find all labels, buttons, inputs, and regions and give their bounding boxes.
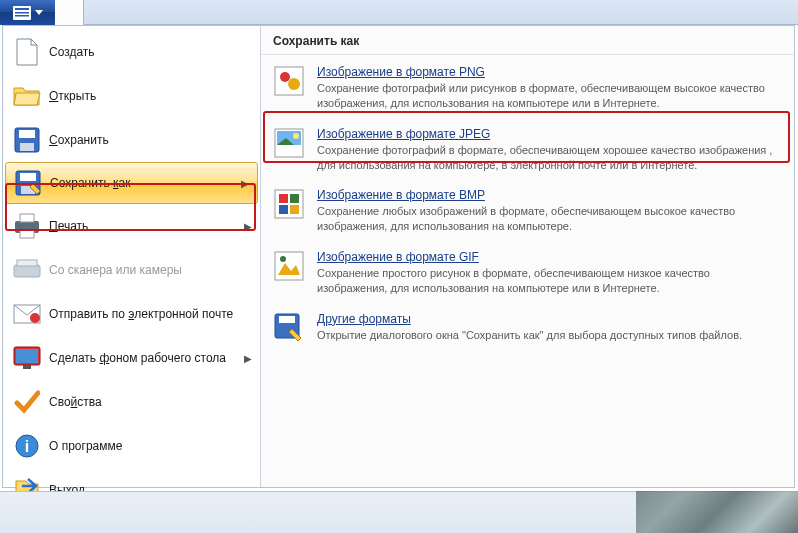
submenu-item-other[interactable]: Другие форматы Открытие диалогового окна… — [267, 306, 788, 354]
submenu-item-title: Изображение в формате GIF — [317, 250, 782, 264]
submenu-item-png[interactable]: Изображение в формате PNG Сохранение фот… — [267, 59, 788, 121]
svg-rect-3 — [15, 15, 29, 17]
submenu-item-jpeg[interactable]: Изображение в формате JPEG Сохранение фо… — [267, 121, 788, 183]
svg-rect-31 — [279, 205, 288, 214]
submenu-title: Сохранить как — [261, 26, 794, 55]
submenu-item-desc: Сохранение фотографий или рисунков в фор… — [317, 81, 782, 111]
ribbon-tab-home[interactable] — [55, 0, 84, 25]
scanner-icon — [13, 256, 41, 284]
submenu-item-title: Изображение в формате JPEG — [317, 127, 782, 141]
svg-rect-1 — [15, 8, 29, 10]
svg-rect-2 — [15, 12, 29, 14]
svg-rect-8 — [20, 173, 36, 181]
printer-icon — [13, 212, 41, 240]
svg-rect-33 — [275, 252, 303, 280]
svg-rect-13 — [14, 265, 40, 277]
menu-left-pane: Создать Открыть Сохранить Сохранить как … — [3, 26, 261, 487]
svg-rect-6 — [20, 143, 34, 151]
status-bar — [0, 491, 798, 533]
menu-item-save[interactable]: Сохранить — [3, 118, 260, 162]
email-icon — [13, 300, 41, 328]
menu-item-label: Со сканера или камеры — [49, 263, 252, 277]
submenu-item-gif[interactable]: Изображение в формате GIF Сохранение про… — [267, 244, 788, 306]
svg-text:i: i — [25, 438, 29, 455]
gif-icon — [273, 250, 305, 282]
svg-rect-11 — [20, 214, 34, 222]
svg-rect-19 — [23, 365, 31, 369]
svg-rect-29 — [279, 194, 288, 203]
menu-item-save-as[interactable]: Сохранить как ▶ — [5, 162, 258, 204]
menu-item-label: Отправить по электронной почте — [49, 307, 252, 321]
document-icon — [13, 6, 31, 20]
menu-item-open[interactable]: Открыть — [3, 74, 260, 118]
menu-item-label: Печать — [49, 219, 244, 233]
svg-point-16 — [30, 313, 40, 323]
jpeg-icon — [273, 127, 305, 159]
menu-item-create[interactable]: Создать — [3, 30, 260, 74]
menu-item-about[interactable]: i О программе — [3, 424, 260, 468]
chevron-right-icon: ▶ — [244, 353, 252, 364]
svg-rect-36 — [279, 316, 295, 323]
other-formats-icon — [273, 312, 305, 344]
folder-open-icon — [13, 82, 41, 110]
app-menu-button[interactable] — [0, 0, 55, 25]
menu-item-label: Сохранить как — [50, 176, 241, 190]
menu-item-label: Открыть — [49, 89, 252, 103]
submenu-item-bmp[interactable]: Изображение в формате BMP Сохранение люб… — [267, 182, 788, 244]
submenu-item-desc: Сохранение любых изображений в формате, … — [317, 204, 782, 234]
menu-item-properties[interactable]: Свойства — [3, 380, 260, 424]
svg-point-24 — [288, 78, 300, 90]
menu-item-label: Сделать фоном рабочего стола — [49, 351, 244, 365]
canvas-preview — [636, 491, 798, 533]
menu-item-label: О программе — [49, 439, 252, 453]
submenu-item-title: Изображение в формате BMP — [317, 188, 782, 202]
svg-rect-18 — [16, 349, 38, 363]
checkmark-icon — [13, 388, 41, 416]
desktop-icon — [13, 344, 41, 372]
submenu-item-title: Изображение в формате PNG — [317, 65, 782, 79]
svg-point-23 — [280, 72, 290, 82]
submenu-list: Изображение в формате PNG Сохранение фот… — [261, 55, 794, 358]
info-icon: i — [13, 432, 41, 460]
svg-rect-14 — [17, 260, 37, 266]
svg-rect-12 — [20, 230, 34, 238]
menu-item-label: Создать — [49, 45, 252, 59]
svg-point-34 — [280, 256, 286, 262]
chevron-right-icon: ▶ — [244, 221, 252, 232]
svg-rect-32 — [290, 205, 299, 214]
menu-item-wallpaper[interactable]: Сделать фоном рабочего стола ▶ — [3, 336, 260, 380]
save-icon — [13, 126, 41, 154]
save-as-icon — [14, 169, 42, 197]
svg-point-27 — [293, 133, 299, 139]
submenu-pane: Сохранить как Изображение в формате PNG … — [261, 26, 794, 487]
submenu-item-title: Другие форматы — [317, 312, 782, 326]
new-document-icon — [13, 38, 41, 66]
submenu-item-desc: Сохранение фотографий в формате, обеспеч… — [317, 143, 782, 173]
ribbon-bar — [0, 0, 798, 25]
menu-item-label: Свойства — [49, 395, 252, 409]
app-menu-dropdown: Создать Открыть Сохранить Сохранить как … — [2, 25, 795, 488]
menu-item-print[interactable]: Печать ▶ — [3, 204, 260, 248]
menu-item-send-email[interactable]: Отправить по электронной почте — [3, 292, 260, 336]
png-icon — [273, 65, 305, 97]
submenu-item-desc: Сохранение простого рисунок в формате, о… — [317, 266, 782, 296]
submenu-item-desc: Открытие диалогового окна "Сохранить как… — [317, 328, 782, 343]
chevron-right-icon: ▶ — [241, 178, 249, 189]
svg-rect-5 — [19, 130, 35, 138]
menu-item-label: Сохранить — [49, 133, 252, 147]
svg-rect-30 — [290, 194, 299, 203]
bmp-icon — [273, 188, 305, 220]
menu-item-scanner: Со сканера или камеры — [3, 248, 260, 292]
chevron-down-icon — [35, 10, 43, 16]
